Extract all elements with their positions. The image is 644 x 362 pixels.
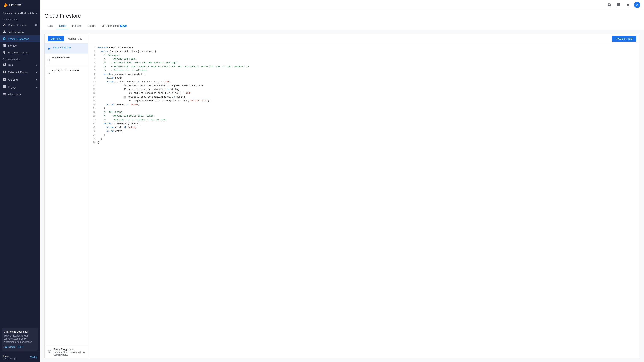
build-chevron-icon: ▾ (36, 64, 37, 66)
code-line-21: match /fcmTokens/{token} { (98, 122, 636, 126)
monitor-rules-button[interactable]: Monitor rules (65, 36, 85, 41)
notifications-button[interactable] (624, 1, 632, 8)
playground-icon (48, 350, 52, 355)
code-area: 1 2 3 4 5 6 7 8 9 10 11 12 13 (88, 44, 639, 146)
ln-26: 26 (92, 141, 96, 145)
topbar-right: A (606, 1, 640, 8)
sidebar-group-build[interactable]: Build ▾ (0, 61, 40, 68)
learn-more-link[interactable]: Learn more (4, 346, 16, 348)
sidebar-item-all-products[interactable]: All products (0, 91, 40, 98)
engage-chevron-icon: ▾ (36, 86, 37, 88)
ln-20: 20 (92, 118, 96, 122)
build-group-header[interactable]: Build ▾ (0, 61, 40, 68)
tab-indexes[interactable]: Indexes (69, 22, 84, 30)
playground-subtitle: Experiment and explore with Security Rul… (54, 351, 83, 356)
ln-14: 14 (92, 95, 96, 99)
ln-23: 23 (92, 129, 96, 133)
tab-rules[interactable]: Rules (56, 22, 69, 30)
tab-data[interactable]: Data (44, 22, 56, 30)
code-line-20: // - Reading list of tokens is not allow… (98, 118, 636, 122)
ln-24: 24 (92, 133, 96, 137)
sidebar-group-engage[interactable]: Engage ▾ (0, 83, 40, 91)
code-line-23: allow write; (98, 129, 636, 133)
tab-usage[interactable]: Usage (84, 22, 98, 30)
help-icon (607, 3, 611, 7)
engage-group-header[interactable]: Engage ▾ (0, 83, 40, 91)
rules-container: Edit rules Monitor rules ★ Today • 5:31 … (44, 34, 640, 358)
realtime-icon (3, 51, 6, 54)
code-line-26: } (98, 141, 636, 145)
code-line-11: && request.resource.data.name == request… (98, 84, 636, 87)
code-line-7: // - Deletes are not allowed. (98, 68, 636, 72)
version-info-2: Today • 5:28 PM (52, 56, 85, 59)
playground-chevron-icon: ∧ (83, 350, 85, 354)
ln-7: 7 (92, 68, 96, 72)
project-dropdown-icon: ▾ (36, 11, 37, 14)
all-products-label: All products (8, 93, 21, 96)
sidebar-item-firestore-database[interactable]: Firestore Database (0, 35, 40, 42)
code-line-18: // FCM Tokens: (98, 110, 636, 114)
editor-header-bar: Develop & Test (88, 34, 639, 44)
got-it-link[interactable]: Got it (18, 346, 23, 348)
project-selector[interactable]: Terraform FriendlyChat Codelab ▾ (0, 10, 40, 16)
playground-text: Rules Playground Experiment and explore … (54, 348, 83, 356)
sidebar-item-realtime-database[interactable]: Realtime Database (0, 49, 40, 56)
code-line-12: && request.resource.data.text is string (98, 87, 636, 91)
tab-extensions[interactable]: 🔌 Extensions NEW (98, 22, 130, 30)
sidebar-header: Firebase (0, 0, 40, 10)
ln-21: 21 (92, 122, 96, 126)
analytics-icon (3, 78, 6, 82)
edit-rules-button[interactable]: Edit rules (48, 36, 64, 41)
version-dot-2 (48, 56, 50, 63)
tab-usage-label: Usage (88, 24, 95, 27)
ln-3: 3 (92, 53, 96, 57)
version-item-2[interactable]: Today • 5:28 PM (45, 53, 88, 66)
ln-1: 1 (92, 46, 96, 49)
ln-13: 13 (92, 91, 96, 95)
sidebar-item-project-overview[interactable]: Project Overview ⚙ (0, 21, 40, 28)
sidebar-spacer (45, 77, 88, 346)
sidebar-group-release-monitor[interactable]: Release & Monitor ▾ (0, 68, 40, 76)
settings-icon[interactable]: ⚙ (34, 23, 37, 27)
version-line-top-3 (49, 69, 49, 72)
tab-rules-label: Rules (59, 24, 66, 27)
rules-editor[interactable]: 1 2 3 4 5 6 7 8 9 10 11 12 13 (88, 44, 639, 358)
ln-18: 18 (92, 110, 96, 114)
version-item-3[interactable]: Apr 12, 2023 • 12:40 AM (45, 66, 88, 77)
release-monitor-chevron-icon: ▾ (36, 71, 37, 74)
code-line-1: service cloud.firestore { (98, 46, 636, 49)
sidebar: Firebase Terraform FriendlyChat Codelab … (0, 0, 40, 362)
version-line-bottom-2 (49, 61, 49, 63)
sidebar-item-label-storage: Storage (8, 44, 17, 47)
sidebar-group-analytics[interactable]: Analytics ▾ (0, 76, 40, 83)
sidebar-item-storage[interactable]: Storage (0, 42, 40, 49)
release-monitor-label: Release & Monitor (8, 71, 28, 74)
sidebar-item-authentication[interactable]: Authentication (0, 28, 40, 35)
analytics-label: Analytics (8, 78, 18, 81)
content-header: Cloud Firestore (40, 10, 644, 22)
analytics-group-header[interactable]: Analytics ▾ (0, 76, 40, 83)
chat-button[interactable] (615, 1, 622, 8)
version-item-1[interactable]: ★ Today • 5:31 PM (45, 43, 88, 53)
user-avatar[interactable]: A (634, 2, 640, 8)
storage-icon (3, 44, 6, 47)
grid-icon (3, 92, 6, 96)
version-line-top-2 (49, 57, 49, 59)
customize-nav-banner: Customize your nav! You can now focus yo… (2, 328, 38, 351)
ln-4: 4 (92, 57, 96, 61)
playground-header[interactable]: Rules Playground Experiment and explore … (45, 346, 88, 358)
sidebar-item-label-project-overview: Project Overview (8, 23, 26, 26)
modify-button[interactable]: Modify (30, 356, 37, 359)
release-monitor-group-header[interactable]: Release & Monitor ▾ (0, 68, 40, 76)
code-line-16: allow delete: if false; (98, 103, 636, 106)
version-date-1: Today • 5:31 PM (53, 46, 85, 49)
ln-19: 19 (92, 114, 96, 118)
develop-test-button[interactable]: Develop & Test (612, 36, 636, 42)
product-categories-label: Product categories (0, 56, 40, 61)
version-info-3: Apr 12, 2023 • 12:40 AM (52, 69, 85, 72)
ln-8: 8 (92, 72, 96, 76)
ln-15: 15 (92, 99, 96, 103)
help-button[interactable] (606, 1, 612, 8)
build-icon (3, 63, 6, 67)
rules-sidebar: Edit rules Monitor rules ★ Today • 5:31 … (45, 34, 88, 358)
